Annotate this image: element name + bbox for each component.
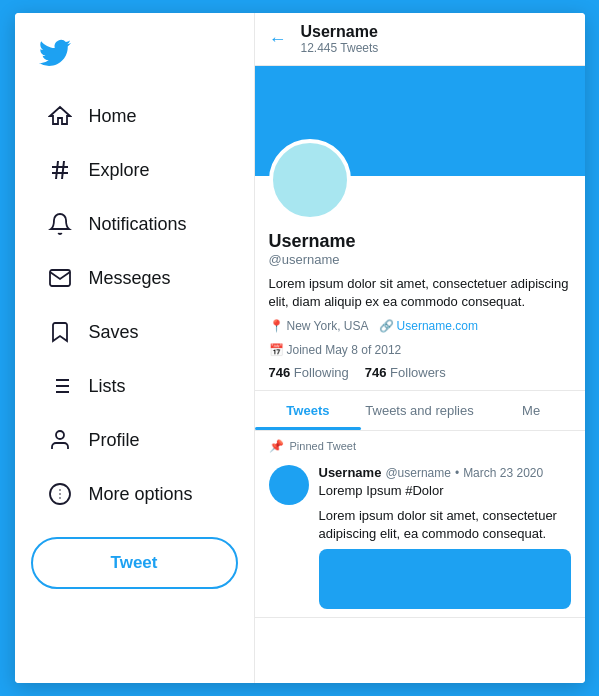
location-icon: 📍	[269, 319, 284, 333]
pin-icon: 📌	[269, 439, 284, 453]
tweet-date-value: March 23 2020	[463, 466, 543, 480]
tweet-body: Username @username • March 23 2020 Lorem…	[319, 465, 571, 609]
tweet-user-line: Username @username • March 23 2020	[319, 465, 571, 480]
app-container: Home Explore Notifications Messeges Save	[15, 13, 585, 683]
sidebar-item-profile-label: Profile	[89, 430, 140, 451]
main-content: ← Username 12.445 Tweets Username @usern…	[255, 13, 585, 683]
sidebar-item-saves-label: Saves	[89, 322, 139, 343]
svg-point-16	[59, 493, 61, 495]
sidebar-item-explore-label: Explore	[89, 160, 150, 181]
tweet-avatar	[269, 465, 309, 505]
sidebar-item-more-label: More options	[89, 484, 193, 505]
sidebar-item-saves[interactable]: Saves	[23, 307, 246, 357]
tweet-date: •	[455, 466, 459, 480]
calendar-icon: 📅	[269, 343, 284, 357]
sidebar-item-notifications[interactable]: Notifications	[23, 199, 246, 249]
svg-line-3	[62, 161, 64, 179]
tab-tweets[interactable]: Tweets	[255, 391, 362, 430]
profile-avatar	[269, 139, 351, 221]
bell-icon	[47, 211, 73, 237]
profile-website[interactable]: 🔗 Username.com	[379, 319, 478, 333]
sidebar-item-messages[interactable]: Messeges	[23, 253, 246, 303]
profile-display-name: Username	[269, 231, 571, 252]
profile-banner	[255, 66, 585, 176]
sidebar-item-messages-label: Messeges	[89, 268, 171, 289]
profile-header-bar: ← Username 12.445 Tweets	[255, 13, 585, 66]
tweet-section: 📌 Pinned Tweet Username @username • Marc…	[255, 431, 585, 683]
header-tweet-count: 12.445 Tweets	[301, 41, 379, 55]
profile-joined: 📅 Joined May 8 of 2012	[269, 343, 402, 357]
back-button[interactable]: ←	[269, 29, 287, 50]
more-circle-icon	[47, 481, 73, 507]
profile-bio: Lorem ipsum dolor sit amet, consectetuer…	[269, 275, 571, 311]
following-label: Following	[294, 365, 349, 380]
following-stat[interactable]: 746 Following	[269, 365, 349, 380]
svg-point-15	[59, 489, 61, 491]
home-icon	[47, 103, 73, 129]
profile-location: 📍 New York, USA	[269, 319, 369, 333]
hash-icon	[47, 157, 73, 183]
sidebar: Home Explore Notifications Messeges Save	[15, 13, 255, 683]
sidebar-item-explore[interactable]: Explore	[23, 145, 246, 195]
tweet-username: Username	[319, 465, 382, 480]
followers-label: Followers	[390, 365, 446, 380]
profile-stats: 746 Following 746 Followers	[269, 365, 571, 380]
pinned-tweet: Username @username • March 23 2020 Lorem…	[255, 457, 585, 618]
sidebar-item-lists[interactable]: Lists	[23, 361, 246, 411]
tweet-handle: @username	[385, 466, 451, 480]
profile-tabs: Tweets Tweets and replies Me	[255, 391, 585, 431]
following-count: 746	[269, 365, 291, 380]
tweet-title: Loremp Ipsum #Dolor	[319, 482, 571, 500]
pinned-label: 📌 Pinned Tweet	[255, 431, 585, 457]
sidebar-item-home-label: Home	[89, 106, 137, 127]
sidebar-item-lists-label: Lists	[89, 376, 126, 397]
sidebar-item-notifications-label: Notifications	[89, 214, 187, 235]
profile-handle: @username	[269, 252, 571, 267]
mail-icon	[47, 265, 73, 291]
bookmark-icon	[47, 319, 73, 345]
list-icon	[47, 373, 73, 399]
tweet-body-text: Lorem ipsum dolor sit amet, consectetuer…	[319, 507, 571, 543]
twitter-logo	[15, 29, 254, 89]
tab-media[interactable]: Me	[478, 391, 585, 430]
followers-count: 746	[365, 365, 387, 380]
user-icon	[47, 427, 73, 453]
tweet-image	[319, 549, 571, 609]
sidebar-item-home[interactable]: Home	[23, 91, 246, 141]
header-user-info: Username 12.445 Tweets	[301, 23, 379, 55]
svg-point-17	[59, 497, 61, 499]
tab-tweets-replies[interactable]: Tweets and replies	[361, 391, 477, 430]
svg-point-10	[56, 431, 64, 439]
link-icon: 🔗	[379, 319, 394, 333]
sidebar-item-profile[interactable]: Profile	[23, 415, 246, 465]
followers-stat[interactable]: 746 Followers	[365, 365, 446, 380]
tweet-button[interactable]: Tweet	[31, 537, 238, 589]
svg-line-2	[56, 161, 58, 179]
sidebar-item-more[interactable]: More options	[23, 469, 246, 519]
profile-meta: 📍 New York, USA 🔗 Username.com 📅 Joined …	[269, 319, 571, 357]
header-username: Username	[301, 23, 379, 41]
